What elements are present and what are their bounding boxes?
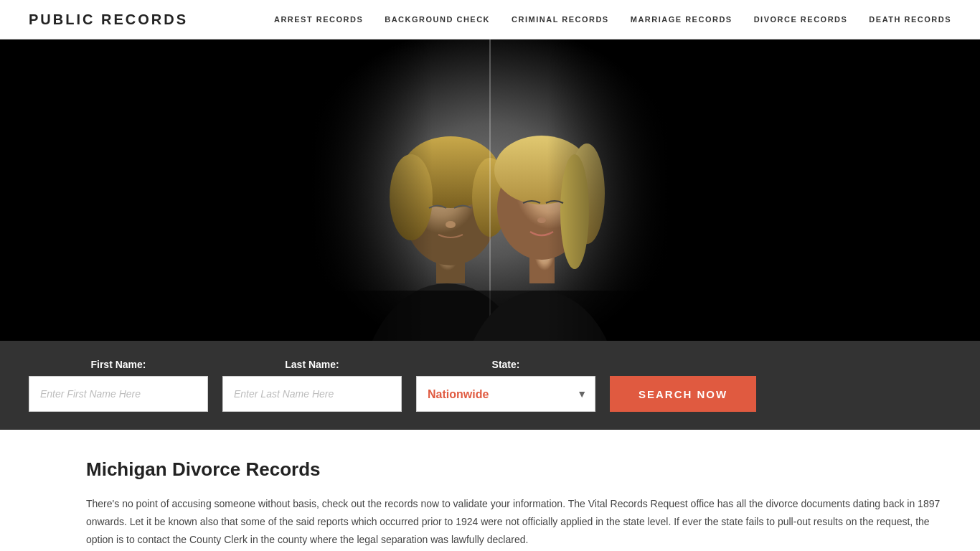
first-name-field: First Name: bbox=[29, 359, 208, 412]
hero-image bbox=[311, 39, 669, 341]
state-select[interactable]: NationwideAlabamaAlaskaArizonaArkansasCa… bbox=[416, 376, 595, 412]
svg-point-7 bbox=[446, 221, 456, 228]
svg-point-15 bbox=[537, 217, 546, 223]
first-name-label: First Name: bbox=[29, 359, 208, 370]
search-bar: First Name: Last Name: State: Nationwide… bbox=[0, 341, 980, 430]
nav-arrest-records[interactable]: ARREST RECORDS bbox=[274, 15, 363, 24]
site-logo: PUBLIC RECORDS bbox=[29, 11, 188, 28]
hero-section bbox=[0, 39, 980, 341]
nav-criminal-records[interactable]: CRIMINAL RECORDS bbox=[512, 15, 609, 24]
page-title: Michigan Divorce Records bbox=[86, 458, 951, 481]
main-nav: ARREST RECORDS BACKGROUND CHECK CRIMINAL… bbox=[274, 15, 951, 24]
state-label: State: bbox=[416, 359, 595, 370]
nav-background-check[interactable]: BACKGROUND CHECK bbox=[385, 15, 490, 24]
main-content: Michigan Divorce Records There's no poin… bbox=[0, 430, 980, 551]
nav-divorce-records[interactable]: DIVORCE RECORDS bbox=[754, 15, 848, 24]
content-paragraph-1: There's no point of accusing someone wit… bbox=[86, 495, 951, 550]
hero-overlay-left bbox=[0, 39, 343, 341]
last-name-field: Last Name: bbox=[222, 359, 402, 412]
header: PUBLIC RECORDS ARREST RECORDS BACKGROUND… bbox=[0, 0, 980, 39]
svg-rect-18 bbox=[311, 291, 669, 341]
state-select-wrapper: NationwideAlabamaAlaskaArizonaArkansasCa… bbox=[416, 376, 595, 412]
nav-death-records[interactable]: DEATH RECORDS bbox=[869, 15, 951, 24]
first-name-input[interactable] bbox=[29, 376, 208, 412]
last-name-input[interactable] bbox=[222, 376, 402, 412]
state-field: State: NationwideAlabamaAlaskaArizonaArk… bbox=[416, 359, 595, 412]
nav-marriage-records[interactable]: MARRIAGE RECORDS bbox=[631, 15, 732, 24]
last-name-label: Last Name: bbox=[222, 359, 402, 370]
hero-overlay-right bbox=[637, 39, 980, 341]
search-now-button[interactable]: SEARCH NOW bbox=[610, 376, 756, 412]
